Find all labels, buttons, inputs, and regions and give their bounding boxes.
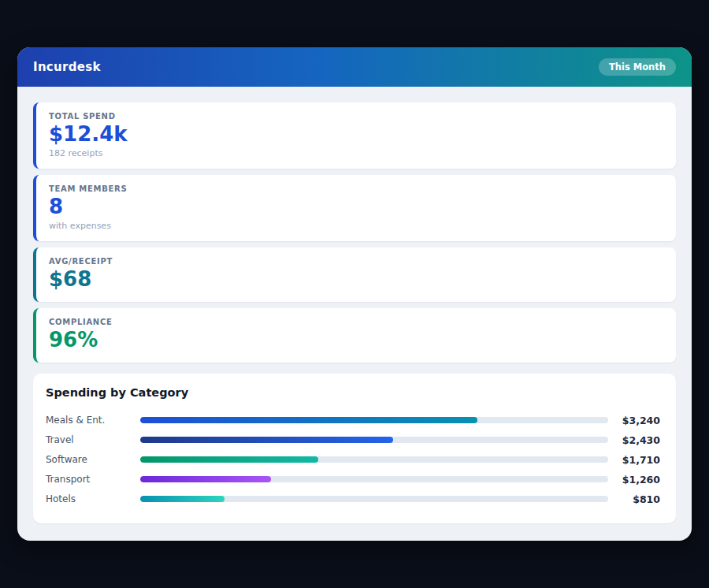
category-label: Meals & Ent. [46,415,140,426]
category-label: Software [46,454,140,465]
category-value: $1,260 [608,474,660,486]
bar-track [140,417,608,423]
stat-label: AVG/RECEIPT [49,257,663,266]
chart-row-software: Software $1,710 [46,450,660,470]
category-value: $810 [608,493,660,505]
category-label: Hotels [46,493,140,504]
bar-track [140,476,608,482]
category-value: $2,430 [608,434,660,446]
chart-row-travel: Travel $2,430 [46,430,660,450]
chart-row-meals: Meals & Ent. $3,240 [46,411,660,430]
stat-card-total-spend: TOTAL SPEND $12.4k 182 receipts [33,102,676,169]
chart-title: Spending by Category [46,386,660,399]
bar-fill [140,417,477,423]
category-value: $1,710 [608,454,660,466]
stat-label: TEAM MEMBERS [49,184,663,193]
bar-fill [140,496,225,502]
category-label: Travel [46,434,140,445]
bar-fill [140,456,318,463]
bar-track [140,456,608,463]
stat-card-compliance: COMPLIANCE 96% [33,308,676,363]
bar-fill [140,437,393,443]
main-content: TOTAL SPEND $12.4k 182 receipts TEAM MEM… [17,87,692,539]
category-value: $3,240 [608,415,660,426]
stat-label: COMPLIANCE [49,318,663,326]
bar-track [140,496,608,502]
bar-fill [140,476,271,482]
stat-value: $12.4k [49,123,663,147]
chart-row-hotels: Hotels $810 [46,489,660,509]
app-title: Incurdesk [33,60,101,74]
stat-value: 96% [49,329,663,352]
stat-sub: with expenses [49,221,663,231]
stat-card-avg-receipt: AVG/RECEIPT $68 [33,247,676,302]
stat-value: 8 [49,195,663,219]
period-badge[interactable]: This Month [599,58,676,76]
app-panel: Incurdesk This Month TOTAL SPEND $12.4k … [17,47,692,541]
stat-value: $68 [49,268,663,292]
spending-by-category-card: Spending by Category Meals & Ent. $3,240… [33,374,676,523]
bar-track [140,437,608,443]
stat-label: TOTAL SPEND [49,112,663,121]
app-header: Incurdesk This Month [17,47,692,87]
category-label: Transport [46,474,140,485]
chart-row-transport: Transport $1,260 [46,470,660,489]
stat-card-team-members: TEAM MEMBERS 8 with expenses [33,175,676,241]
stat-sub: 182 receipts [49,148,663,158]
